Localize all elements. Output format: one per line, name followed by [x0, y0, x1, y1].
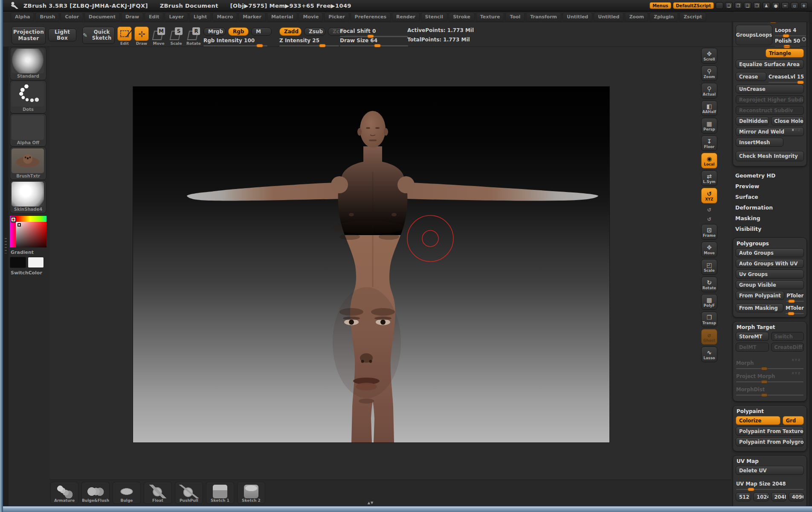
- right-strip-button[interactable]: Floor: [701, 135, 717, 151]
- collapsed-section-header[interactable]: Deformation: [733, 202, 807, 213]
- right-strip-button[interactable]: Ghost: [701, 329, 717, 345]
- brush-tray-item[interactable]: Float: [144, 482, 172, 504]
- titlebar-icon-button[interactable]: [800, 2, 808, 9]
- texture-thumb-brushtxtr[interactable]: BrushTxtr: [10, 147, 46, 180]
- move-button[interactable]: M: [152, 27, 165, 40]
- menu-item[interactable]: Picker: [324, 12, 349, 21]
- right-strip-button[interactable]: Lasso: [701, 346, 717, 362]
- menu-item[interactable]: Brush: [35, 12, 59, 21]
- mirror-and-weld-button[interactable]: Mirror And Weld XYZ: [736, 127, 804, 136]
- draw-size-slider[interactable]: Draw Size 64: [340, 36, 408, 47]
- right-strip-button[interactable]: Persp: [701, 118, 717, 134]
- project-morph-slider[interactable]: Project Morph XYZ: [736, 372, 803, 382]
- horizontal-scrollbar[interactable]: [3, 506, 812, 512]
- titlebar-icon-button[interactable]: [744, 2, 751, 9]
- menu-item[interactable]: Document: [84, 12, 120, 21]
- brush-tray-item[interactable]: PushPull: [175, 482, 203, 504]
- projection-master-button[interactable]: Projection Master: [12, 26, 46, 44]
- menu-item[interactable]: Zscript: [679, 12, 706, 21]
- menu-item[interactable]: Edit: [145, 12, 163, 21]
- color-picker[interactable]: [10, 216, 46, 247]
- menu-item[interactable]: Texture: [476, 12, 505, 21]
- gradient-label[interactable]: Gradient: [10, 248, 46, 256]
- right-strip-button[interactable]: Actual: [701, 83, 717, 99]
- menu-item[interactable]: Alpha: [11, 12, 34, 21]
- menu-item[interactable]: Zoom: [625, 12, 648, 21]
- uv-size-button[interactable]: 512: [736, 492, 751, 501]
- current-color-swatch[interactable]: [11, 217, 16, 222]
- uv-map-header[interactable]: UV Map: [736, 458, 804, 466]
- light-box-button[interactable]: Light Box: [48, 29, 76, 41]
- from-polypaint-button[interactable]: From Polypaint: [736, 291, 784, 300]
- m-button[interactable]: M: [251, 27, 272, 36]
- polypaint-header[interactable]: Polypaint: [736, 408, 804, 416]
- menu-item[interactable]: Render: [392, 12, 420, 21]
- brush-tray-item[interactable]: Sketch 1: [206, 482, 234, 504]
- crease-lvl-slider[interactable]: CreaseLvl 15: [768, 72, 804, 83]
- switch-button[interactable]: Switch: [771, 332, 804, 341]
- uv-size-button[interactable]: 2048: [771, 492, 786, 501]
- uv-size-button[interactable]: 1024: [753, 492, 768, 501]
- menu-item[interactable]: Zplugin: [650, 12, 678, 21]
- main-color-swatch[interactable]: [10, 257, 26, 268]
- right-strip-button[interactable]: Scale: [701, 259, 717, 275]
- brush-tray-item[interactable]: Sketch 2: [237, 482, 265, 504]
- draw-button[interactable]: -¦-: [134, 26, 149, 41]
- document-canvas[interactable]: [133, 86, 610, 443]
- store-mt-button[interactable]: StoreMT: [736, 332, 769, 341]
- morph-slider[interactable]: Morph XYZ: [736, 358, 803, 369]
- menu-item[interactable]: Draw: [121, 12, 143, 21]
- rotate-button[interactable]: R: [187, 27, 200, 40]
- right-strip-button[interactable]: Rotate: [701, 276, 717, 292]
- menus-button[interactable]: Menus: [650, 2, 671, 9]
- crease-button[interactable]: Crease: [736, 72, 766, 81]
- menu-item[interactable]: Stroke: [449, 12, 475, 21]
- grd-button[interactable]: Grd: [783, 416, 804, 425]
- menu-item[interactable]: Macro: [212, 12, 237, 21]
- uv-groups-button[interactable]: Uv Groups: [736, 270, 804, 279]
- left-tray-gutter[interactable]: [3, 47, 9, 506]
- collapsed-section-header[interactable]: Preview: [733, 181, 807, 192]
- scale-button[interactable]: S: [170, 27, 183, 40]
- collapsed-section-header[interactable]: Geometry HD: [733, 170, 807, 181]
- zsub-button[interactable]: Zsub: [304, 27, 325, 36]
- morph-dist-slider[interactable]: MorphDist: [736, 385, 803, 396]
- collapsed-section-header[interactable]: Visibility: [733, 224, 807, 234]
- menu-item[interactable]: Untitled: [563, 12, 592, 21]
- titlebar-icon-button[interactable]: [781, 2, 789, 9]
- menu-item[interactable]: Layer: [165, 12, 188, 21]
- right-strip-button[interactable]: [703, 215, 716, 222]
- uv-map-size-slider[interactable]: UV Map Size 2048: [736, 479, 803, 490]
- axis-indicator[interactable]: XYZ: [792, 128, 801, 132]
- right-strip-button[interactable]: Frame: [701, 224, 717, 240]
- mtoler-slider[interactable]: MToler: [786, 303, 804, 314]
- brush-tray-item[interactable]: Armature: [50, 482, 78, 504]
- collapsed-section-header[interactable]: Masking: [733, 213, 807, 224]
- quick-sketch-button[interactable]: ✎ Quick Sketch: [82, 27, 115, 44]
- menu-item[interactable]: Stencil: [421, 12, 448, 21]
- delete-uv-button[interactable]: Delete UV: [736, 466, 804, 475]
- switch-color-label[interactable]: SwitchColor: [10, 269, 46, 276]
- right-strip-button[interactable]: XYZ: [701, 188, 717, 204]
- menu-item[interactable]: Marker: [238, 12, 266, 21]
- collapsed-section-header[interactable]: Surface: [733, 192, 807, 202]
- menu-item[interactable]: Tool: [505, 12, 525, 21]
- menu-item[interactable]: Material: [267, 12, 297, 21]
- zadd-button[interactable]: Zadd: [279, 27, 302, 36]
- right-strip-button[interactable]: Move: [701, 241, 717, 257]
- secondary-color-swatch[interactable]: [28, 257, 44, 268]
- insert-mesh-button[interactable]: InsertMesh: [736, 138, 783, 147]
- uncrease-button[interactable]: UnCrease: [736, 84, 804, 93]
- polygroups-header[interactable]: Polygroups: [736, 240, 804, 248]
- right-strip-button[interactable]: [703, 205, 716, 213]
- rgb-button[interactable]: Rgb: [228, 27, 249, 36]
- menu-item[interactable]: Color: [61, 12, 83, 21]
- titlebar-icon-button[interactable]: [791, 2, 798, 9]
- brush-thumb-standard[interactable]: Standard: [10, 47, 46, 80]
- titlebar-icon-button[interactable]: [772, 2, 780, 9]
- close-holes-button[interactable]: Close Holes: [771, 116, 804, 125]
- titlebar-icon-button[interactable]: [734, 2, 742, 9]
- reproject-higher-subdiv-button[interactable]: Reproject Higher Subdiv: [736, 95, 804, 104]
- polypaint-from-texture-button[interactable]: Polypaint From Texture: [736, 427, 804, 436]
- brush-tray-item[interactable]: Bulge&Flush: [81, 482, 110, 504]
